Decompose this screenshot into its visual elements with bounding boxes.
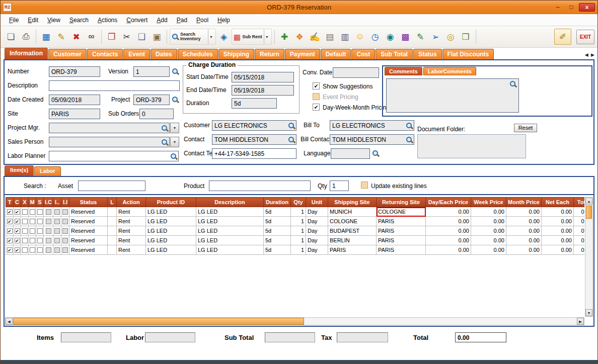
row-checkbox[interactable] (46, 209, 51, 215)
row-checkbox[interactable] (30, 209, 35, 215)
project-mgr-dropdown[interactable]: ▼ (170, 123, 179, 133)
tab-labor-comments[interactable]: LaborComments (423, 67, 476, 75)
cell-duration[interactable]: 5d (264, 245, 291, 255)
date-created-field[interactable]: 05/09/2018 (49, 95, 100, 105)
cell-day-each-price[interactable]: 0.00 (426, 245, 471, 255)
rubik-icon[interactable]: ▩ (398, 29, 413, 45)
project-mgr-field[interactable] (49, 123, 170, 133)
cell-product-id[interactable]: LG LED (146, 217, 196, 226)
search-icon[interactable] (288, 122, 295, 129)
cell-tot[interactable]: 0.00 (574, 245, 585, 255)
cell-description[interactable]: LG LED (196, 207, 264, 217)
cell-unit[interactable]: Day (306, 207, 328, 217)
cell-duration[interactable]: 5d (264, 236, 291, 245)
row-checkbox[interactable] (30, 228, 35, 234)
cell-status[interactable]: Reserved (69, 236, 108, 245)
row-checkbox[interactable] (37, 238, 43, 243)
cell-product-id[interactable]: LG LED (146, 226, 196, 236)
search-icon[interactable] (161, 139, 168, 146)
row-checkbox[interactable]: ✔ (7, 238, 13, 243)
cell-month-price[interactable]: 0.00 (506, 207, 542, 217)
conv-date-field[interactable] (333, 67, 379, 78)
close-button[interactable]: × (579, 3, 595, 12)
version-field[interactable]: 1 (133, 66, 170, 77)
project-search-icon[interactable] (172, 96, 179, 103)
row-checkbox[interactable] (46, 219, 51, 224)
horizontal-scrollbar[interactable]: ◀ ▶ (5, 317, 584, 325)
row-checkbox[interactable]: ✔ (7, 219, 13, 224)
menu-pool[interactable]: Pool (192, 15, 213, 25)
row-checkbox[interactable] (62, 247, 68, 253)
end-date-field[interactable]: 05/19/2018 (232, 85, 294, 96)
cell-shipping-site[interactable]: BUDAPEST (328, 226, 377, 236)
cell-tot[interactable]: 0.00 (574, 217, 585, 226)
tab-schedules[interactable]: Schedules (178, 49, 218, 59)
cell-returning-site[interactable]: PARIS (377, 245, 426, 255)
cell-duration[interactable]: 5d (264, 226, 291, 236)
sub-rent-button[interactable]: ▦Sub Rent▼ (232, 29, 272, 45)
search-icon[interactable] (406, 122, 413, 129)
cell-shipping-site[interactable]: BERLIN (328, 236, 377, 245)
event-pricing-checkbox[interactable] (313, 93, 320, 100)
row-checkbox[interactable] (22, 238, 28, 243)
cell-day-each-price[interactable]: 0.00 (426, 226, 471, 236)
cell-product-id[interactable]: LG LED (146, 245, 196, 255)
tab-customer[interactable]: Customer (48, 49, 87, 59)
row-checkbox[interactable] (62, 209, 68, 215)
scroll-down-icon[interactable]: ▼ (585, 309, 592, 316)
number-field[interactable]: ORD-379 (49, 66, 100, 77)
cell-net-each[interactable]: 0.00 (542, 207, 574, 217)
sub-orders-field[interactable]: 0 (139, 109, 174, 119)
row-checkbox[interactable]: ✔ (15, 228, 20, 234)
smiley-icon[interactable]: ☺ (353, 29, 367, 45)
cell-tot[interactable]: 0.00 (574, 226, 585, 236)
cell-tot[interactable]: 0.00 (574, 236, 585, 245)
cell-shipping-site[interactable]: COLOGNE (328, 217, 377, 226)
cell-qty[interactable]: 1 (291, 245, 306, 255)
print-icon[interactable]: ⎙ (19, 29, 33, 45)
cell-action[interactable]: Rent (117, 226, 146, 236)
search-icon[interactable] (288, 136, 295, 143)
cell-day-each-price[interactable]: 0.00 (426, 236, 471, 245)
cell-month-price[interactable]: 0.00 (506, 226, 542, 236)
duration-field[interactable]: 5d (232, 98, 277, 109)
sales-person-dropdown[interactable]: ▼ (170, 137, 179, 147)
cell-month-price[interactable]: 0.00 (506, 236, 542, 245)
row-checkbox[interactable] (30, 219, 35, 224)
row-checkbox[interactable]: ✔ (15, 238, 20, 243)
search-icon[interactable] (406, 136, 413, 143)
row-checkbox[interactable]: ✔ (15, 209, 20, 215)
cell-status[interactable]: Reserved (69, 226, 108, 236)
vertical-scrollbar[interactable]: ▲ ▼ (585, 197, 593, 317)
row-checkbox[interactable] (54, 247, 60, 253)
cell-duration[interactable]: 5d (264, 207, 291, 217)
cell-unit[interactable]: Day (306, 236, 328, 245)
reset-button[interactable]: Reset (514, 124, 537, 132)
cell-description[interactable]: LG LED (196, 226, 264, 236)
description-field[interactable] (49, 80, 180, 91)
cell-description[interactable]: LG LED (196, 236, 264, 245)
menu-view[interactable]: View (43, 15, 65, 25)
cell-qty[interactable]: 1 (291, 217, 306, 226)
tab-contacts[interactable]: Contacts (87, 49, 123, 59)
cell-qty[interactable]: 1 (291, 236, 306, 245)
tab-shipping[interactable]: Shipping (218, 49, 254, 59)
find-icon[interactable]: ∞ (84, 29, 99, 45)
cell-action[interactable]: Rent (117, 245, 146, 255)
cell-action[interactable]: Rent (117, 217, 146, 226)
cell-action[interactable]: Rent (117, 236, 146, 245)
row-checkbox[interactable] (22, 209, 28, 215)
cell-week-price[interactable]: 0.00 (471, 236, 506, 245)
row-checkbox[interactable]: ✔ (15, 219, 20, 224)
update-lines-checkbox[interactable] (361, 181, 368, 189)
document-folder-box[interactable] (417, 134, 526, 158)
row-checkbox[interactable] (22, 247, 28, 253)
bill-to-field[interactable]: LG ELECTRONICS (330, 120, 414, 131)
row-checkbox[interactable] (30, 238, 35, 243)
cell-description[interactable]: LG LED (196, 217, 264, 226)
new-icon[interactable]: ❏ (4, 29, 18, 45)
cell-description[interactable]: LG LED (196, 245, 264, 255)
minimize-button[interactable]: – (552, 3, 564, 12)
row-checkbox[interactable] (22, 219, 28, 224)
vertical-scroll-thumb[interactable] (586, 206, 592, 219)
